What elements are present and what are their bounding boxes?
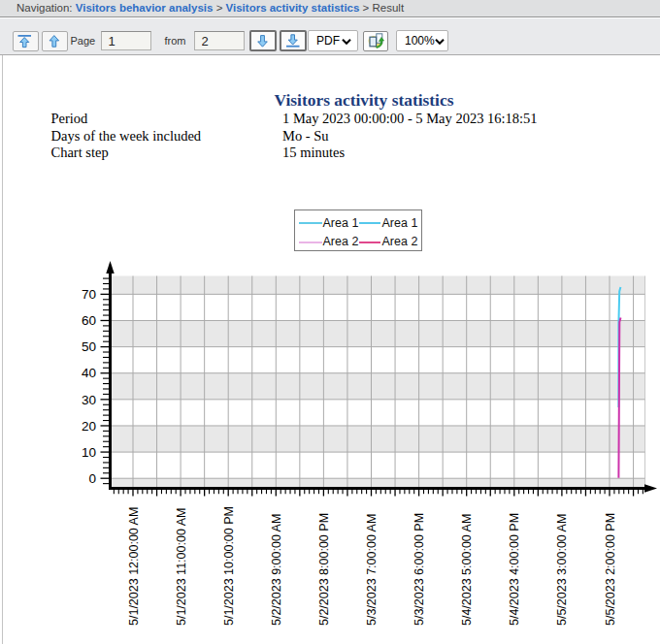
svg-text:5/2/2023 8:00:00 PM: 5/2/2023 8:00:00 PM [317, 513, 331, 626]
svg-text:5/3/2023 6:00:00 PM: 5/3/2023 6:00:00 PM [412, 513, 426, 626]
svg-text:0: 0 [88, 471, 96, 486]
svg-text:5/5/2023 3:00:00 AM: 5/5/2023 3:00:00 AM [555, 514, 569, 626]
svg-text:5/2/2023 9:00:00 AM: 5/2/2023 9:00:00 AM [270, 514, 283, 626]
svg-text:5/1/2023 12:00:00 AM: 5/1/2023 12:00:00 AM [127, 507, 141, 626]
svg-text:60: 60 [82, 313, 96, 328]
svg-text:5/1/2023 10:00:00 PM: 5/1/2023 10:00:00 PM [222, 506, 236, 626]
svg-text:20: 20 [82, 419, 96, 434]
svg-text:5/5/2023 2:00:00 PM: 5/5/2023 2:00:00 PM [604, 513, 617, 626]
svg-text:10: 10 [82, 445, 96, 460]
svg-text:5/3/2023 7:00:00 AM: 5/3/2023 7:00:00 AM [365, 514, 379, 626]
svg-text:5/4/2023 5:00:00 AM: 5/4/2023 5:00:00 AM [460, 514, 474, 626]
svg-text:5/1/2023 11:00:00 AM: 5/1/2023 11:00:00 AM [175, 508, 188, 626]
svg-text:50: 50 [82, 339, 96, 354]
svg-text:5/4/2023 4:00:00 PM: 5/4/2023 4:00:00 PM [508, 513, 521, 626]
svg-text:40: 40 [82, 366, 96, 380]
svg-text:70: 70 [82, 287, 96, 302]
svg-text:30: 30 [82, 393, 96, 407]
